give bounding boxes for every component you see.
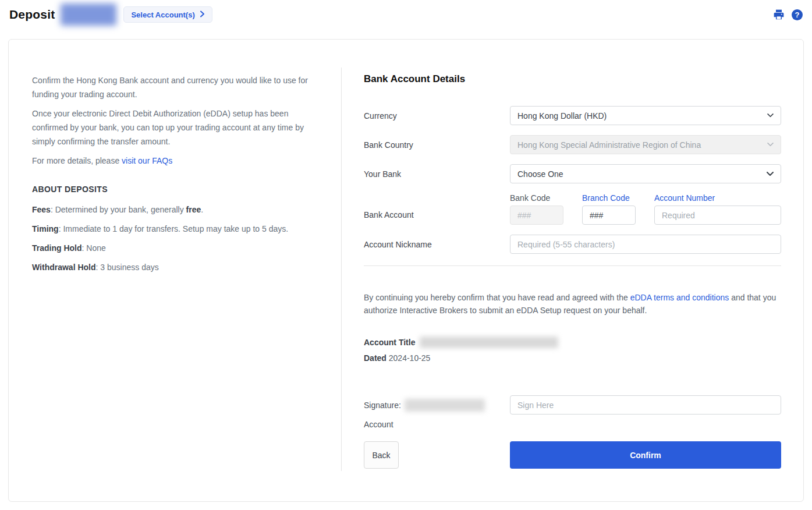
- account-number-input[interactable]: [654, 206, 781, 225]
- branch-code-input[interactable]: [582, 206, 636, 225]
- signature-row: Signature: Account: [364, 395, 781, 429]
- fact-trading-hold: Trading Hold: None: [32, 241, 315, 255]
- edda-terms-link[interactable]: eDDA terms and conditions: [630, 293, 729, 302]
- your-bank-label: Your Bank: [364, 169, 510, 179]
- account-title-label: Account Title: [364, 338, 415, 347]
- bank-country-select: Hong Kong Special Administrative Region …: [510, 135, 781, 154]
- fact-withdrawal-hold: Withdrawal Hold: 3 business days: [32, 260, 315, 274]
- signature-line: Signature:: [364, 395, 510, 415]
- fact-trading-hold-text: : None: [82, 243, 106, 253]
- chevron-down-icon: [767, 114, 774, 118]
- fact-fees-bold: free: [186, 205, 201, 214]
- deposit-card: Confirm the Hong Kong Bank account and c…: [8, 39, 804, 502]
- bank-account-label: Bank Account: [364, 199, 510, 219]
- dated-label: Dated: [364, 353, 387, 363]
- currency-value: Hong Kong Dollar (HKD): [517, 111, 607, 121]
- fact-timing-label: Timing: [32, 224, 59, 233]
- account-number-label[interactable]: Account Number: [654, 193, 781, 203]
- page-title: Deposit: [9, 8, 55, 22]
- account-nickname-row: Account Nickname: [364, 235, 781, 254]
- account-title-row: Account Title: [364, 337, 781, 348]
- bank-code-label: Bank Code: [510, 193, 563, 203]
- chevron-right-icon: [200, 10, 205, 19]
- top-bar: Deposit Select Account(s) ?: [0, 0, 812, 29]
- about-deposits-heading: ABOUT DEPOSITS: [32, 185, 315, 194]
- faq-text: For more details, please: [32, 156, 122, 165]
- bank-account-row: Bank Account Bank Code Branch Code Accou…: [364, 193, 781, 225]
- fact-fees-text: : Determined by your bank, generally: [51, 205, 186, 214]
- select-accounts-label: Select Account(s): [131, 10, 194, 19]
- currency-select[interactable]: Hong Kong Dollar (HKD): [510, 106, 781, 125]
- fact-fees-after: .: [201, 205, 203, 214]
- fact-timing: Timing: Immediate to 1 day for transfers…: [32, 222, 315, 236]
- dated-value: 2024-10-25: [387, 353, 431, 363]
- fact-fees: Fees: Determined by your bank, generally…: [32, 203, 315, 217]
- bank-country-row: Bank Country Hong Kong Special Administr…: [364, 135, 781, 154]
- your-bank-row: Your Bank Choose One: [364, 164, 781, 183]
- fact-withdrawal-hold-text: : 3 business days: [96, 263, 159, 272]
- intro-paragraph-2: Once your electronic Direct Debit Author…: [32, 107, 315, 148]
- your-bank-value: Choose One: [517, 169, 563, 179]
- currency-row: Currency Hong Kong Dollar (HKD): [364, 106, 781, 125]
- print-icon[interactable]: [773, 9, 785, 20]
- fact-withdrawal-hold-label: Withdrawal Hold: [32, 263, 96, 272]
- bank-code-input: [510, 206, 563, 225]
- form-heading: Bank Account Details: [364, 73, 781, 85]
- help-icon[interactable]: ?: [792, 9, 803, 20]
- bank-country-value: Hong Kong Special Administrative Region …: [517, 140, 701, 150]
- signature-account-label: Account: [364, 420, 510, 429]
- section-divider: [364, 265, 781, 266]
- back-button[interactable]: Back: [364, 441, 399, 469]
- account-nickname-input[interactable]: [510, 235, 781, 254]
- signature-label: Signature:: [364, 401, 401, 410]
- signature-block: Signature: Account: [364, 395, 510, 429]
- actions-row: Back Confirm: [364, 441, 781, 469]
- fact-fees-label: Fees: [32, 205, 51, 214]
- currency-label: Currency: [364, 111, 510, 121]
- account-number-group: Account Number: [654, 193, 781, 225]
- bank-code-group: Bank Code: [510, 193, 563, 225]
- fact-trading-hold-label: Trading Hold: [32, 243, 82, 253]
- terms-text-before: By continuing you hereby confirm that yo…: [364, 293, 630, 302]
- top-bar-actions: ?: [773, 9, 803, 20]
- faq-link[interactable]: visit our FAQs: [122, 156, 172, 165]
- bank-country-label: Bank Country: [364, 140, 510, 150]
- account-title-redacted: [420, 337, 558, 348]
- terms-paragraph: By continuing you hereby confirm that yo…: [364, 291, 781, 317]
- account-id-redacted: [61, 3, 116, 26]
- intro-paragraph-3: For more details, please visit our FAQs: [32, 154, 315, 168]
- branch-code-group: Branch Code: [582, 193, 636, 225]
- intro-paragraph-1: Confirm the Hong Kong Bank account and c…: [32, 73, 315, 101]
- back-button-cell: Back: [364, 441, 510, 469]
- signature-name-redacted: [405, 399, 485, 412]
- bank-account-fields: Bank Code Branch Code Account Number: [510, 193, 781, 225]
- chevron-down-icon: [767, 143, 774, 147]
- fact-timing-text: : Immediate to 1 day for transfers. Setu…: [59, 224, 289, 233]
- confirm-button[interactable]: Confirm: [510, 441, 781, 469]
- dated-row: Dated 2024-10-25: [364, 353, 781, 363]
- your-bank-select[interactable]: Choose One: [510, 164, 781, 183]
- branch-code-label[interactable]: Branch Code: [582, 193, 636, 203]
- deposit-info-panel: Confirm the Hong Kong Bank account and c…: [9, 40, 341, 501]
- sign-here-input[interactable]: [510, 395, 781, 415]
- bank-account-details-panel: Bank Account Details Currency Hong Kong …: [342, 40, 804, 501]
- select-accounts-button[interactable]: Select Account(s): [123, 6, 212, 23]
- help-glyph: ?: [792, 9, 803, 20]
- chevron-down-icon: [767, 172, 774, 176]
- account-nickname-label: Account Nickname: [364, 240, 510, 249]
